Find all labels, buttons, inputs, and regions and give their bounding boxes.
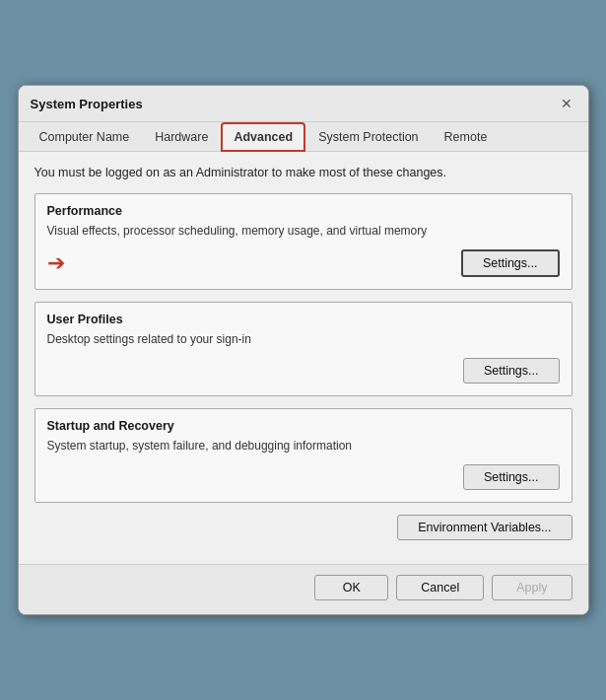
performance-description: Visual effects, processor scheduling, me…	[47, 224, 560, 238]
system-properties-dialog: System Properties ✕ Computer Name Hardwa…	[18, 85, 589, 615]
cancel-button[interactable]: Cancel	[396, 575, 484, 600]
ok-button[interactable]: OK	[314, 575, 388, 600]
tab-remote[interactable]: Remote	[432, 122, 501, 152]
close-button[interactable]: ✕	[557, 94, 576, 113]
footer: OK Cancel Apply	[19, 564, 588, 614]
tab-advanced[interactable]: Advanced	[221, 122, 305, 152]
tab-hardware[interactable]: Hardware	[142, 122, 221, 152]
tab-system-protection[interactable]: System Protection	[305, 122, 431, 152]
user-profiles-btn-row: Settings...	[47, 358, 560, 384]
apply-button[interactable]: Apply	[492, 575, 572, 600]
startup-recovery-section: Startup and Recovery System startup, sys…	[34, 408, 572, 503]
admin-notice: You must be logged on as an Administrato…	[34, 166, 572, 179]
performance-btn-row: ➔ Settings...	[47, 249, 560, 277]
user-profiles-settings-button[interactable]: Settings...	[463, 358, 560, 384]
startup-recovery-btn-row: Settings...	[47, 464, 560, 490]
environment-variables-button[interactable]: Environment Variables...	[397, 515, 572, 540]
user-profiles-section: User Profiles Desktop settings related t…	[34, 302, 572, 396]
tab-bar: Computer Name Hardware Advanced System P…	[19, 122, 588, 152]
user-profiles-description: Desktop settings related to your sign-in	[47, 332, 560, 346]
startup-recovery-settings-button[interactable]: Settings...	[463, 464, 560, 490]
title-bar: System Properties ✕	[19, 86, 588, 122]
performance-settings-button[interactable]: Settings...	[461, 249, 560, 277]
arrow-icon: ➔	[47, 250, 65, 276]
performance-section: Performance Visual effects, processor sc…	[34, 193, 572, 290]
arrow-area: ➔	[47, 250, 451, 276]
dialog-title: System Properties	[31, 97, 143, 111]
environment-variables-row: Environment Variables...	[34, 515, 572, 540]
main-content: You must be logged on as an Administrato…	[19, 152, 588, 564]
tab-computer-name[interactable]: Computer Name	[27, 122, 143, 152]
user-profiles-title: User Profiles	[47, 313, 560, 326]
startup-recovery-description: System startup, system failure, and debu…	[47, 439, 560, 453]
startup-recovery-title: Startup and Recovery	[47, 419, 560, 433]
performance-title: Performance	[47, 204, 560, 218]
